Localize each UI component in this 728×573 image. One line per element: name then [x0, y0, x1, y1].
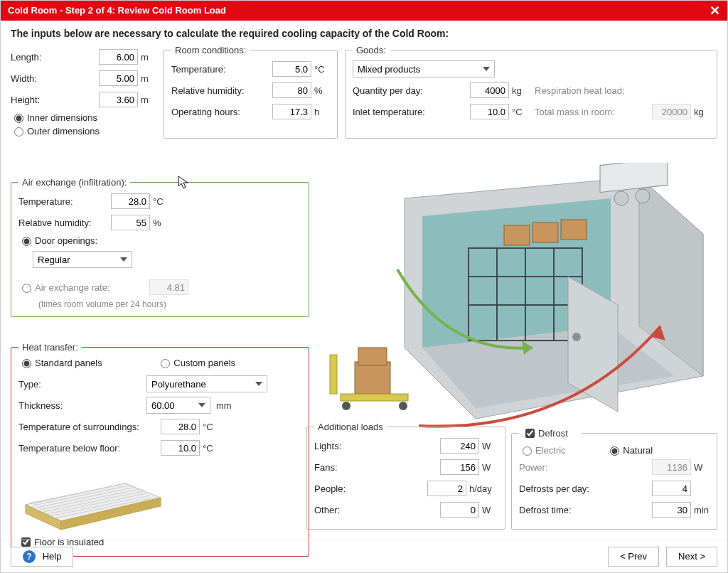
height-label: Height:: [11, 95, 99, 105]
surr-temp-input[interactable]: [161, 419, 200, 434]
panel-illustration: [18, 466, 168, 533]
air-rate-note: (times room volume per 24 hours): [38, 299, 301, 309]
height-input[interactable]: [99, 92, 138, 107]
room-rh-input[interactable]: [272, 82, 311, 98]
panel-type-label: Type:: [18, 379, 146, 390]
door-openings-radio[interactable]: Door openings:: [18, 235, 97, 246]
defrost-perday-label: Defrosts per day:: [519, 483, 652, 494]
defrost-time-input[interactable]: [652, 502, 691, 518]
standard-panels-radio[interactable]: Standard panels: [18, 357, 102, 368]
goods-resp-label: Respiration heat load:: [535, 85, 710, 96]
goods-inlet-input[interactable]: [470, 104, 509, 119]
goods-inlet-label: Inlet temperature:: [353, 107, 470, 117]
room-temp-label: Temperature:: [171, 64, 272, 75]
below-temp-unit: °C: [203, 443, 218, 454]
other-unit: W: [482, 505, 498, 515]
goods-mass-unit: kg: [694, 107, 710, 117]
svg-rect-15: [600, 163, 668, 192]
dialog-window: Cold Room - Step 2 of 4: Review Cold Roo…: [0, 0, 728, 573]
people-label: People:: [314, 483, 427, 494]
inner-dimensions-radio[interactable]: Inner dimensions: [11, 112, 97, 123]
other-input[interactable]: [440, 502, 479, 518]
defrost-natural-radio[interactable]: Natural: [606, 444, 653, 456]
defrost-time-unit: min: [694, 505, 710, 515]
air-temp-input[interactable]: [111, 193, 150, 209]
goods-mass-label: Total mass in room:: [535, 107, 652, 117]
goods-product-select[interactable]: Mixed products: [353, 60, 495, 77]
panel-type-select[interactable]: Polyurethane: [146, 375, 267, 392]
room-temp-input[interactable]: [272, 61, 311, 77]
defrost-electric-radio[interactable]: Electric: [519, 444, 566, 456]
additional-loads-legend: Additional loads: [314, 422, 387, 432]
defrost-perday-input[interactable]: [652, 481, 691, 496]
surr-temp-unit: °C: [203, 422, 218, 432]
defrost-group: Defrost Electric Natural Power: W Defros…: [511, 427, 717, 530]
dimensions-group: Length: m Width: m Height: m Inner dimen…: [11, 45, 156, 139]
thickness-label: Thickness:: [18, 400, 146, 411]
fans-unit: W: [482, 462, 498, 473]
svg-rect-29: [355, 362, 390, 394]
subtitle: The inputs below are necessary to calcul…: [11, 28, 717, 39]
heat-transfer-legend: Heat transfer:: [18, 342, 82, 353]
other-label: Other:: [314, 505, 440, 515]
goods-qty-unit: kg: [512, 85, 528, 96]
defrost-power-unit: W: [694, 462, 710, 473]
additional-loads-group: Additional loads Lights: W Fans: W Peopl…: [306, 422, 505, 530]
svg-rect-25: [532, 223, 558, 242]
room-hours-input[interactable]: [272, 104, 311, 119]
custom-panels-radio[interactable]: Custom panels: [157, 357, 235, 368]
defrost-legend: Defrost: [519, 427, 582, 440]
room-hours-unit: h: [314, 107, 330, 117]
close-icon[interactable]: ✕: [710, 1, 720, 21]
svg-point-33: [342, 402, 350, 410]
width-unit: m: [141, 73, 156, 84]
titlebar: Cold Room - Step 2 of 4: Review Cold Roo…: [1, 1, 727, 21]
goods-legend: Goods:: [353, 45, 390, 55]
length-input[interactable]: [99, 49, 138, 65]
door-openings-select[interactable]: Regular: [33, 251, 132, 268]
cursor-icon: [178, 176, 189, 190]
height-unit: m: [141, 95, 156, 105]
svg-rect-24: [504, 225, 530, 245]
goods-qty-input[interactable]: [470, 82, 509, 98]
width-input[interactable]: [99, 70, 138, 86]
svg-rect-31: [341, 394, 408, 401]
svg-point-16: [614, 191, 628, 205]
people-unit: h/day: [469, 483, 498, 494]
fans-input[interactable]: [440, 459, 479, 475]
below-temp-input[interactable]: [161, 440, 200, 456]
air-rh-label: Relative humidity:: [18, 218, 111, 228]
length-unit: m: [141, 52, 156, 63]
svg-point-28: [572, 333, 581, 341]
air-rate-radio[interactable]: Air exchange rate:: [18, 282, 139, 293]
air-rh-input[interactable]: [111, 215, 150, 230]
room-temp-unit: °C: [314, 64, 330, 75]
cold-room-illustration: [319, 163, 717, 444]
next-button[interactable]: Next >: [666, 547, 717, 567]
room-hours-label: Operating hours:: [171, 107, 272, 117]
goods-qty-label: Quantity per day:: [353, 85, 470, 96]
lights-label: Lights:: [314, 441, 440, 451]
goods-mass-input[interactable]: [652, 104, 691, 119]
surr-temp-label: Temperature of surroundings:: [18, 422, 161, 432]
air-exchange-group: Air exchange (infiltration): Temperature…: [11, 177, 309, 317]
length-label: Length:: [11, 52, 99, 63]
help-button[interactable]: ? Help: [11, 547, 73, 567]
svg-point-34: [399, 402, 407, 410]
fans-label: Fans:: [314, 462, 440, 473]
lights-input[interactable]: [440, 438, 479, 454]
heat-transfer-group: Heat transfer: Standard panels Custom pa…: [11, 342, 309, 557]
svg-point-17: [636, 189, 650, 203]
air-rh-unit: %: [153, 218, 168, 228]
thickness-select[interactable]: 60.00: [146, 397, 210, 414]
prev-button[interactable]: < Prev: [608, 547, 659, 567]
goods-inlet-unit: °C: [512, 107, 528, 117]
outer-dimensions-radio[interactable]: Outer dimensions: [11, 125, 100, 136]
room-rh-label: Relative humidity:: [171, 85, 272, 96]
air-temp-label: Temperature:: [18, 196, 111, 207]
defrost-checkbox[interactable]: Defrost: [523, 427, 568, 440]
defrost-power-label: Power:: [519, 462, 652, 473]
room-conditions-group: Room conditions: Temperature: °C Relativ…: [164, 45, 338, 139]
below-temp-label: Temperature below floor:: [18, 443, 161, 454]
people-input[interactable]: [427, 481, 466, 496]
